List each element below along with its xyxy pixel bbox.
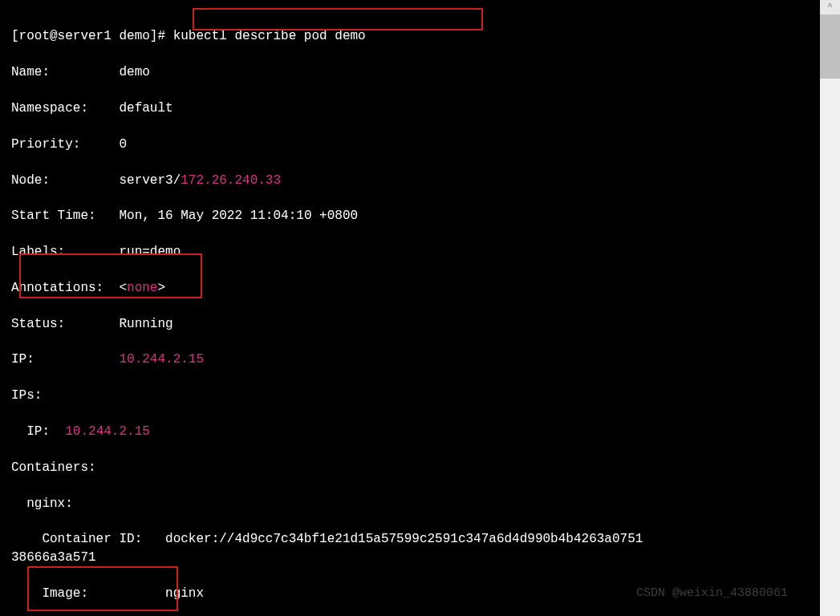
shell-prompt: [root@server1 demo]# — [11, 29, 173, 43]
field-namespace: Namespace: default — [11, 99, 809, 117]
field-ip: IP: 10.244.2.15 — [11, 351, 809, 368]
vertical-scrollbar[interactable]: ^ — [820, 0, 840, 616]
command-text: kubectl describe pod demo — [173, 29, 366, 43]
field-annotations: Annotations: <none> — [11, 279, 809, 297]
scrollbar-up-icon[interactable]: ^ — [820, 0, 840, 14]
field-priority: Priority: 0 — [11, 136, 809, 153]
prompt-line: [root@server1 demo]# kubectl describe po… — [11, 27, 809, 45]
ips-entry: IP: 10.244.2.15 — [11, 423, 809, 440]
field-name: Name: demo — [11, 63, 809, 81]
field-status: Status: Running — [11, 315, 809, 333]
containers-header: Containers: — [11, 459, 809, 476]
terminal-window[interactable]: [root@server1 demo]# kubectl describe po… — [0, 0, 820, 616]
ips-header: IPs: — [11, 387, 809, 404]
field-node: Node: server3/172.26.240.33 — [11, 172, 809, 189]
field-labels: Labels: run=demo — [11, 243, 809, 261]
container-nginx-name: nginx: — [11, 495, 809, 513]
nginx-container-id: Container ID: docker://4d9cc7c34bf1e21d1… — [11, 530, 809, 566]
watermark-text: CSDN @weixin_43880061 — [636, 585, 788, 602]
field-start-time: Start Time: Mon, 16 May 2022 11:04:10 +0… — [11, 207, 809, 225]
scrollbar-thumb[interactable] — [820, 14, 840, 79]
